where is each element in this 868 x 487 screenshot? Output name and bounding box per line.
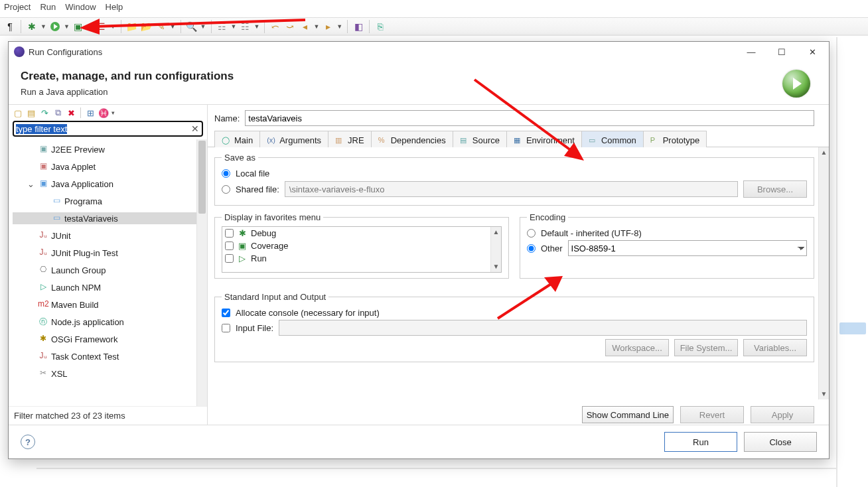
tree-twisty-icon[interactable]: ⌄ [26,179,35,189]
right-panel-scrollbar[interactable]: ▲▼ [818,147,829,399]
clear-filter-icon[interactable]: ✕ [191,123,199,134]
tree-item[interactable]: ▭testaVariaveis [13,212,206,224]
toolbar-dropdown-icon[interactable]: ▼ [110,23,116,30]
fwd-icon[interactable]: ▸ [322,21,334,33]
show-command-line-button[interactable]: Show Command Line [582,406,674,423]
run-dropdown-icon[interactable]: ▼ [64,23,70,30]
close-button[interactable]: Close [744,432,817,452]
tree-item[interactable]: ⓝNode.js application [13,316,206,328]
name-label: Name: [214,113,240,123]
window-close-button[interactable]: ✕ [797,42,828,62]
menu-run[interactable]: Run [40,2,56,15]
config-name-input[interactable] [245,110,814,126]
configurations-tree[interactable]: ▣J2EE Preview▣Java Applet⌄▣Java Applicat… [9,139,207,406]
tree-item[interactable]: m2Maven Build [13,299,206,311]
help-icon[interactable]: ? [21,435,35,449]
encoding-default-radio[interactable] [527,229,536,238]
scrollbar-thumb[interactable] [198,141,206,214]
wand-icon[interactable]: ✎ [155,21,167,33]
menu-help[interactable]: Help [106,2,123,15]
tab-arguments[interactable]: (x)Arguments [259,131,328,147]
folder-open-icon[interactable]: 📂 [141,21,153,33]
tab-jre[interactable]: ▥JRE [328,131,372,147]
eclipse-icon [14,46,25,57]
tree-item[interactable]: ▣J2EE Preview [13,143,206,155]
tree-item[interactable]: ✂XSL [13,368,206,380]
allocate-console-checkbox[interactable] [222,309,230,317]
tab-main[interactable]: ◯Main [214,131,260,147]
tree-item-label: Maven Build [51,300,99,310]
run-button[interactable]: Run [664,432,737,452]
pilcrow-icon[interactable]: ¶ [4,21,16,33]
window-maximize-button[interactable]: ☐ [766,42,797,62]
tree-item[interactable]: ⌄▣Java Application [13,178,206,190]
dialog-titlebar[interactable]: Run Configurations — ☐ ✕ [9,42,829,62]
tab-source[interactable]: ▤Source [453,131,507,147]
toolbar-dropdown-icon[interactable]: ▼ [170,23,176,30]
mylyn-task-icon[interactable]: ◧ [352,21,364,33]
tree-item[interactable]: JᵤTask Context Test [13,350,206,362]
encoding-other-radio[interactable] [527,244,536,253]
tree-scrollbar[interactable] [196,139,207,406]
window-minimize-button[interactable]: — [736,42,766,62]
tab-common[interactable]: ▭Common [581,131,644,147]
tree-item[interactable]: JᵤJUnit Plug-in Test [13,247,206,259]
back-icon[interactable]: ◂ [299,21,311,33]
shared-file-radio[interactable] [222,185,230,194]
tree-item[interactable]: ✱OSGi Framework [13,333,206,345]
filter-icon[interactable]: ♓ [98,107,109,118]
toolbar-dropdown-icon[interactable]: ▼ [200,23,206,30]
delete-icon[interactable]: ✖ [66,107,76,118]
main-toolbar: ¶ ✱ ▼ ▼ ▣ ▼ ☰ ▼ 📁 📂 ✎ ▼ 🔍 ▼ ☷ ▼ ☷ ▼ ⤺ ⤻ … [0,17,868,36]
expand-all-icon[interactable]: ⊞ [85,107,96,118]
outline-icon[interactable]: ☷ [216,21,228,33]
toolbar-dropdown-icon[interactable]: ▼ [253,23,259,30]
tree-item[interactable]: JᵤJUnit [13,230,206,242]
tree-item-label: OSGi Framework [51,334,117,344]
coverage-dropdown-icon[interactable]: ▼ [87,23,93,30]
favorites-legend: Display in favorites menu [222,212,323,222]
tree-item[interactable]: ▭Programa [13,195,206,207]
tree-item[interactable]: ▷Launch NPM [13,281,206,293]
dialog-title: Run Configurations [29,47,736,57]
new-folder-icon[interactable]: 📁 [126,21,138,33]
run-play-icon[interactable] [49,21,61,33]
input-file-checkbox[interactable] [222,324,230,332]
nav-fwd-icon[interactable]: ⤻ [284,21,296,33]
favorites-scrollbar[interactable]: ▲▼ [490,227,501,272]
coverage-icon[interactable]: ▣ [72,21,84,33]
tree-item[interactable]: ⎔Launch Group [13,264,206,276]
menu-window[interactable]: Window [65,2,96,15]
duplicate-icon[interactable]: ⧉ [52,107,63,118]
favorites-item[interactable]: ▣ Coverage [222,240,501,252]
toolbar-dropdown-icon[interactable]: ▼ [313,23,319,30]
new-config-icon[interactable]: ▢ [13,107,23,118]
tab-environment[interactable]: ▦Environment [506,131,582,147]
favorites-list[interactable]: ✱ Debug ▣ Coverage ▷ Run ▲▼ [222,226,502,273]
toolbar-dropdown-icon[interactable]: ▼ [336,23,342,30]
menu-project[interactable]: Project [4,2,31,15]
local-file-radio[interactable] [222,169,230,178]
favorites-item-checkbox[interactable] [225,242,234,250]
toolbar-dropdown-icon[interactable]: ▼ [231,23,237,30]
nav-back-icon[interactable]: ⤺ [269,21,281,33]
favorites-item-checkbox[interactable] [225,254,234,263]
tab-dependencies[interactable]: %Dependencies [371,131,453,147]
tab-prototype[interactable]: PPrototype [643,131,707,147]
ext-tools-icon[interactable]: ☰ [96,21,108,33]
debug-bug-icon[interactable]: ✱ [26,21,38,33]
new-prototype-icon[interactable]: ▤ [26,107,36,118]
favorites-item[interactable]: ▷ Run [222,252,501,265]
debug-dropdown-icon[interactable]: ▼ [40,23,46,30]
input-file-path-input [279,320,807,336]
favorites-item[interactable]: ✱ Debug [222,227,501,240]
filter-input[interactable] [13,121,203,137]
pin-icon[interactable]: ⎘ [374,21,386,33]
search-icon[interactable]: 🔍 [186,21,198,33]
export-icon[interactable]: ↷ [39,107,50,118]
tree-item[interactable]: ▣Java Applet [13,161,206,173]
favorites-item-checkbox[interactable] [225,229,234,238]
outline-icon[interactable]: ☷ [239,21,251,33]
encoding-select[interactable]: ISO-8859-1 [568,240,807,256]
filter-dropdown-icon[interactable]: ▾ [111,109,115,116]
